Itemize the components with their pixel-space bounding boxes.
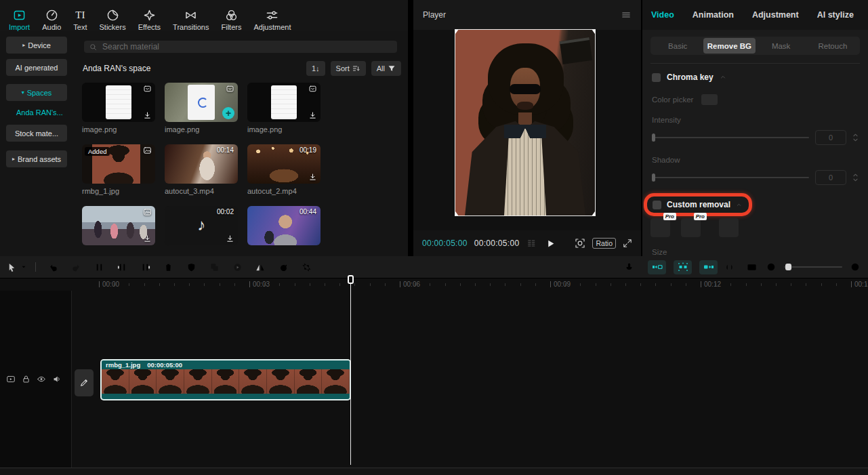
selection-handle[interactable]: [455, 211, 459, 215]
download-icon[interactable]: [143, 234, 152, 243]
ruler-label: 00:09: [550, 281, 571, 288]
collapse-caret-icon[interactable]: [736, 203, 742, 207]
tab-adjustment[interactable]: Adjustment: [752, 10, 799, 20]
sidebar-item-device[interactable]: ▸ Device: [6, 37, 67, 54]
zoom-in-icon[interactable]: [848, 262, 863, 272]
media-item-thumb[interactable]: Added: [82, 144, 155, 184]
media-item-thumb[interactable]: +: [165, 83, 238, 122]
shadow-stepper[interactable]: [852, 173, 859, 182]
fullscreen-icon[interactable]: [623, 239, 632, 248]
hide-track-icon[interactable]: [37, 375, 46, 384]
search-bar[interactable]: [84, 41, 397, 53]
toolbar-transitions[interactable]: Transitions: [167, 7, 215, 33]
selection-handle[interactable]: [455, 30, 459, 34]
mirror-icon[interactable]: [249, 262, 272, 272]
auto-snap-button[interactable]: [674, 260, 692, 274]
timeline-zoom-slider[interactable]: [784, 266, 842, 268]
undo-icon[interactable]: [41, 262, 64, 272]
media-item-thumb[interactable]: 00:44: [247, 206, 321, 245]
frame-view-icon[interactable]: [526, 239, 537, 248]
lock-track-icon[interactable]: [22, 375, 30, 384]
intensity-slider[interactable]: [652, 137, 809, 138]
media-item-thumb[interactable]: 00:19: [247, 144, 321, 184]
preview-image[interactable]: [455, 30, 595, 215]
eraser-tool[interactable]: [719, 218, 739, 237]
redo-icon[interactable]: [64, 262, 87, 272]
media-item-thumb[interactable]: [247, 83, 321, 122]
tab-video[interactable]: Video: [651, 10, 674, 20]
media-item-thumb[interactable]: [82, 206, 155, 245]
delete-icon[interactable]: [157, 262, 180, 272]
order-button[interactable]: 1↓: [306, 61, 325, 76]
record-voiceover-icon[interactable]: [617, 262, 640, 272]
ratio-button[interactable]: Ratio: [592, 238, 616, 249]
download-icon[interactable]: [308, 173, 317, 182]
selection-handle[interactable]: [592, 211, 595, 215]
filter-button[interactable]: All: [371, 61, 401, 76]
sidebar-item-stock-material[interactable]: Stock mate...: [6, 125, 67, 142]
timeline-ruler[interactable]: 00:00 00:03 00:06 00:09 00:12 00:15: [71, 278, 868, 291]
playhead-handle[interactable]: [348, 275, 354, 284]
quick-brush-tool[interactable]: Pro: [650, 218, 670, 237]
split-icon[interactable]: [87, 262, 110, 272]
chroma-key-checkbox[interactable]: [652, 73, 661, 82]
select-tool-caret-icon[interactable]: [18, 264, 30, 270]
zoom-slider-handle[interactable]: [785, 264, 791, 270]
edit-cover-button[interactable]: [75, 369, 94, 396]
timeline-clip-rmbg1[interactable]: rmbg_1.jpg 00:00:05:00: [100, 359, 351, 400]
delete-right-icon[interactable]: [133, 262, 157, 272]
crop-icon[interactable]: [295, 262, 318, 272]
download-icon[interactable]: [143, 111, 152, 120]
collapse-caret-icon[interactable]: [720, 75, 726, 80]
sidebar-item-brand-assets[interactable]: ▸ Brand assets: [6, 150, 67, 167]
download-icon[interactable]: [226, 234, 234, 243]
subtab-basic[interactable]: Basic: [652, 38, 703, 54]
subtab-retouch[interactable]: Retouch: [807, 38, 859, 54]
sidebar-item-ai-generated[interactable]: AI generated: [6, 59, 67, 76]
split-view-icon[interactable]: [718, 262, 741, 272]
shadow-value[interactable]: 0: [815, 170, 846, 185]
toolbar-import[interactable]: Import: [3, 7, 36, 33]
playhead[interactable]: [348, 275, 354, 284]
add-to-timeline-button[interactable]: +: [222, 107, 234, 119]
slider-handle[interactable]: [652, 133, 655, 142]
selection-handle[interactable]: [592, 30, 595, 34]
toolbar-adjustment[interactable]: Adjustment: [247, 7, 297, 33]
shadow-slider[interactable]: [652, 177, 809, 178]
zoom-out-icon[interactable]: [764, 262, 779, 272]
media-item-thumb[interactable]: ♪ 00:02: [165, 206, 238, 245]
sidebar-item-anda-ran-space[interactable]: Anda RAN's...: [16, 108, 73, 117]
brush-tool[interactable]: Pro: [681, 218, 701, 237]
intensity-stepper[interactable]: [852, 133, 859, 142]
tab-animation[interactable]: Animation: [693, 10, 734, 20]
select-tool-icon[interactable]: [5, 262, 18, 272]
toolbar-filters[interactable]: Filters: [215, 7, 247, 33]
mask-shield-icon[interactable]: [180, 262, 203, 272]
sort-button[interactable]: Sort: [331, 61, 366, 76]
color-picker-swatch[interactable]: [701, 94, 718, 105]
toolbar-audio[interactable]: Audio: [36, 7, 67, 33]
toolbar-effects[interactable]: Effects: [132, 7, 167, 33]
media-item-thumb[interactable]: 00:14: [165, 144, 238, 184]
link-clips-button[interactable]: [699, 260, 718, 274]
custom-removal-checkbox[interactable]: [653, 201, 661, 209]
intensity-value[interactable]: 0: [815, 130, 846, 145]
preview-quality-icon[interactable]: [575, 238, 585, 249]
play-button[interactable]: [546, 239, 555, 248]
subtab-remove-bg[interactable]: Remove BG: [703, 38, 755, 54]
subtab-mask[interactable]: Mask: [756, 38, 807, 54]
sidebar-item-spaces[interactable]: ▾ Spaces: [6, 84, 67, 101]
mute-track-icon[interactable]: [52, 375, 62, 384]
delete-left-icon[interactable]: [110, 262, 133, 272]
download-icon[interactable]: [308, 111, 317, 120]
search-input[interactable]: [101, 41, 392, 52]
shortcut-keys-icon[interactable]: [741, 262, 764, 272]
magnetic-snap-left-button[interactable]: [648, 260, 666, 274]
player-menu-icon[interactable]: [621, 10, 632, 20]
rotate-icon[interactable]: [272, 262, 295, 272]
tab-ai-stylize[interactable]: AI stylize: [817, 10, 854, 20]
slider-handle[interactable]: [652, 173, 655, 182]
toolbar-stickers[interactable]: Stickers: [94, 7, 132, 33]
media-item-thumb[interactable]: [82, 83, 155, 122]
toolbar-text[interactable]: TI Text: [67, 7, 93, 33]
